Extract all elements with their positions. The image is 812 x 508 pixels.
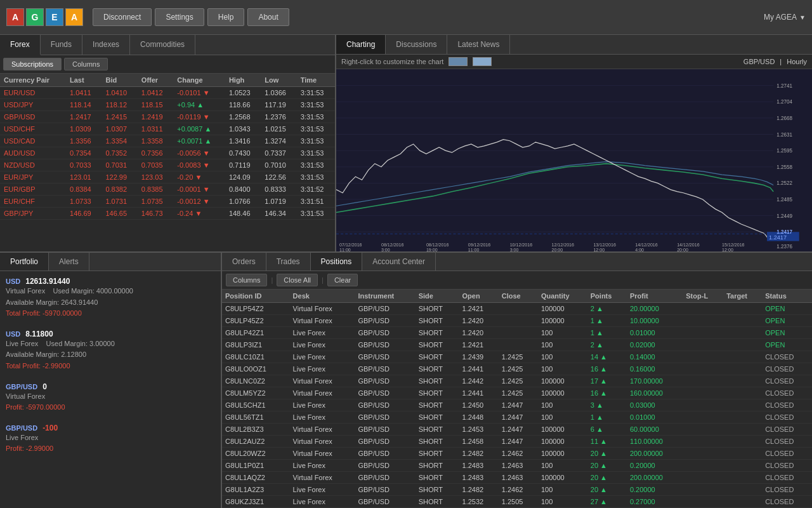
table-row[interactable]: GBP/USD 1.2417 1.2415 1.2419 -0.0119 ▼ 1…: [0, 111, 335, 123]
help-button[interactable]: Help: [207, 8, 245, 26]
forex-header-row: Currency Pair Last Bid Offer Change High…: [0, 74, 335, 87]
pos-points-cell: 20 ▲: [587, 484, 627, 496]
high-cell: 0.7119: [225, 159, 261, 171]
my-agea-menu[interactable]: My AGEA ▼: [764, 13, 806, 22]
pos-stopl-cell: [683, 387, 723, 399]
pos-points-cell: 17 ▲: [587, 375, 627, 387]
pos-instrument-cell: GBP/USD: [355, 460, 415, 472]
tab-forex[interactable]: Forex: [0, 35, 41, 55]
table-row[interactable]: G8UKZJ3Z1 Live Forex GBP/USD SHORT 1.253…: [222, 496, 812, 508]
pair-cell: USD/CHF: [0, 123, 66, 135]
pos-status-cell: CLOSED: [762, 460, 812, 472]
sub-tab-columns[interactable]: Columns: [64, 58, 108, 70]
table-row[interactable]: G8ULP42Z1 Live Forex GBP/USD SHORT 1.242…: [222, 327, 812, 339]
close-all-button[interactable]: Close All: [277, 274, 318, 286]
pos-profit-cell: 10.00000: [627, 315, 683, 327]
pos-desk-cell: Virtual Forex: [290, 448, 355, 460]
tab-latest-news[interactable]: Latest News: [447, 35, 510, 54]
pos-id-cell: G8ULC10Z1: [222, 351, 290, 363]
pos-open-cell: 1.2420: [459, 327, 499, 339]
forex-table-container: Currency Pair Last Bid Offer Change High…: [0, 74, 335, 251]
table-row[interactable]: G8UL5CHZ1 Live Forex GBP/USD SHORT 1.245…: [222, 399, 812, 411]
positions-table: Position ID Desk Instrument Side Open Cl…: [222, 290, 812, 508]
portfolio-pair-3: GBP/USD: [6, 383, 37, 391]
tab-positions[interactable]: Positions: [311, 253, 363, 271]
settings-button[interactable]: Settings: [155, 8, 204, 26]
pos-target-cell: [723, 448, 762, 460]
pos-points-cell: 2 ▲: [587, 339, 627, 351]
table-row[interactable]: G8UL1P0Z1 Live Forex GBP/USD SHORT 1.248…: [222, 460, 812, 472]
pos-desk-cell: Virtual Forex: [290, 375, 355, 387]
disconnect-button[interactable]: Disconnect: [93, 8, 152, 26]
tab-charting[interactable]: Charting: [336, 35, 386, 54]
table-row[interactable]: C8ULP54Z2 Virtual Forex GBP/USD SHORT 1.…: [222, 303, 812, 315]
tab-trades[interactable]: Trades: [266, 253, 311, 271]
bid-cell: 1.0410: [102, 87, 137, 99]
chart-toolbar-text: Right-click to customize the chart: [341, 58, 443, 65]
table-row[interactable]: G8UL1A2Z3 Live Forex GBP/USD SHORT 1.248…: [222, 484, 812, 496]
last-cell: 123.01: [66, 171, 102, 184]
table-row[interactable]: G8UL56TZ1 Live Forex GBP/USD SHORT 1.244…: [222, 411, 812, 424]
columns-button[interactable]: Columns: [226, 274, 267, 286]
table-row[interactable]: USD/CHF 1.0309 1.0307 1.0311 +0.0087 ▲ 1…: [0, 123, 335, 135]
tab-account-center[interactable]: Account Center: [362, 253, 436, 271]
last-cell: 1.0733: [66, 196, 102, 208]
pos-points-cell: 11 ▲: [587, 436, 627, 448]
pos-close-cell: 1.2463: [499, 460, 538, 472]
table-row[interactable]: C8ULP45Z2 Virtual Forex GBP/USD SHORT 1.…: [222, 315, 812, 327]
pos-instrument-cell: GBP/USD: [355, 472, 415, 484]
pos-stopl-cell: [683, 448, 723, 460]
pos-id-cell: C8ULP45Z2: [222, 315, 290, 327]
pos-instrument-cell: GBP/USD: [355, 411, 415, 424]
tab-alerts[interactable]: Alerts: [49, 253, 89, 271]
table-row[interactable]: C8UL2AUZ2 Virtual Forex GBP/USD SHORT 1.…: [222, 436, 812, 448]
table-row[interactable]: C8UL20WZ2 Virtual Forex GBP/USD SHORT 1.…: [222, 448, 812, 460]
chart-area[interactable]: 1.2417 1.2741 1.2704 1.2668 1.2631 1.259…: [336, 69, 812, 251]
pos-close-cell: 1.2462: [499, 448, 538, 460]
chart-tab-bar: Charting Discussions Latest News: [336, 35, 812, 55]
col-high: High: [225, 74, 261, 87]
table-row[interactable]: EUR/JPY 123.01 122.99 123.03 -0.20 ▼ 124…: [0, 171, 335, 184]
portfolio-type-2: Live Forex Used Margin: 3.00000: [6, 338, 215, 350]
table-row[interactable]: G8ULC10Z1 Live Forex GBP/USD SHORT 1.243…: [222, 351, 812, 363]
table-row[interactable]: NZD/USD 0.7033 0.7031 0.7035 -0.0083 ▼ 0…: [0, 159, 335, 171]
tab-funds[interactable]: Funds: [41, 35, 82, 55]
chart-color-box1[interactable]: [449, 57, 468, 66]
svg-text:3:00: 3:00: [510, 248, 519, 251]
table-row[interactable]: C8ULM5YZ2 Virtual Forex GBP/USD SHORT 1.…: [222, 387, 812, 399]
pos-instrument-cell: GBP/USD: [355, 375, 415, 387]
chart-color-box2[interactable]: [473, 57, 492, 66]
table-row[interactable]: EUR/USD 1.0411 1.0410 1.0412 -0.0101 ▼ 1…: [0, 87, 335, 99]
pos-id-cell: G8UKZJ3Z1: [222, 496, 290, 508]
table-row[interactable]: C8UL2B3Z3 Virtual Forex GBP/USD SHORT 1.…: [222, 424, 812, 436]
pos-profit-cell: 20.00000: [627, 303, 683, 315]
clear-button[interactable]: Clear: [327, 274, 358, 286]
table-row[interactable]: C8UL1AQZ2 Virtual Forex GBP/USD SHORT 1.…: [222, 472, 812, 484]
table-row[interactable]: G8ULO0OZ1 Live Forex GBP/USD SHORT 1.244…: [222, 363, 812, 375]
table-row[interactable]: G8ULP3IZ1 Live Forex GBP/USD SHORT 1.242…: [222, 339, 812, 351]
table-row[interactable]: GBP/JPY 146.69 146.65 146.73 -0.24 ▼ 148…: [0, 208, 335, 220]
table-row[interactable]: AUD/USD 0.7354 0.7352 0.7356 -0.0056 ▼ 0…: [0, 147, 335, 159]
table-row[interactable]: EUR/GBP 0.8384 0.8382 0.8385 -0.0001 ▼ 0…: [0, 184, 335, 196]
offer-cell: 1.2419: [138, 111, 173, 123]
about-button[interactable]: About: [247, 8, 289, 26]
table-row[interactable]: C8ULNC0Z2 Virtual Forex GBP/USD SHORT 1.…: [222, 375, 812, 387]
pos-instrument-cell: GBP/USD: [355, 327, 415, 339]
tab-discussions[interactable]: Discussions: [386, 35, 447, 54]
pos-points-cell: 1 ▲: [587, 411, 627, 424]
pos-close-cell: 1.2505: [499, 496, 538, 508]
pos-id-cell: C8UL20WZ2: [222, 448, 290, 460]
table-row[interactable]: EUR/CHF 1.0733 1.0731 1.0735 -0.0012 ▼ 1…: [0, 196, 335, 208]
pos-desk-cell: Virtual Forex: [290, 436, 355, 448]
sub-tab-subscriptions[interactable]: Subscriptions: [3, 58, 62, 70]
table-row[interactable]: USD/JPY 118.14 118.12 118.15 +0.94 ▲ 118…: [0, 99, 335, 111]
table-row[interactable]: USD/CAD 1.3356 1.3354 1.3358 +0.0071 ▲ 1…: [0, 135, 335, 147]
high-cell: 1.2568: [225, 111, 261, 123]
pos-qty-cell: 100: [538, 460, 587, 472]
tab-indexes[interactable]: Indexes: [82, 35, 130, 55]
pos-col-open: Open: [459, 290, 499, 303]
tab-commodities[interactable]: Commodities: [130, 35, 195, 55]
tab-portfolio[interactable]: Portfolio: [0, 253, 49, 271]
tab-orders[interactable]: Orders: [222, 253, 266, 271]
portfolio-value-3: 0: [43, 382, 47, 391]
